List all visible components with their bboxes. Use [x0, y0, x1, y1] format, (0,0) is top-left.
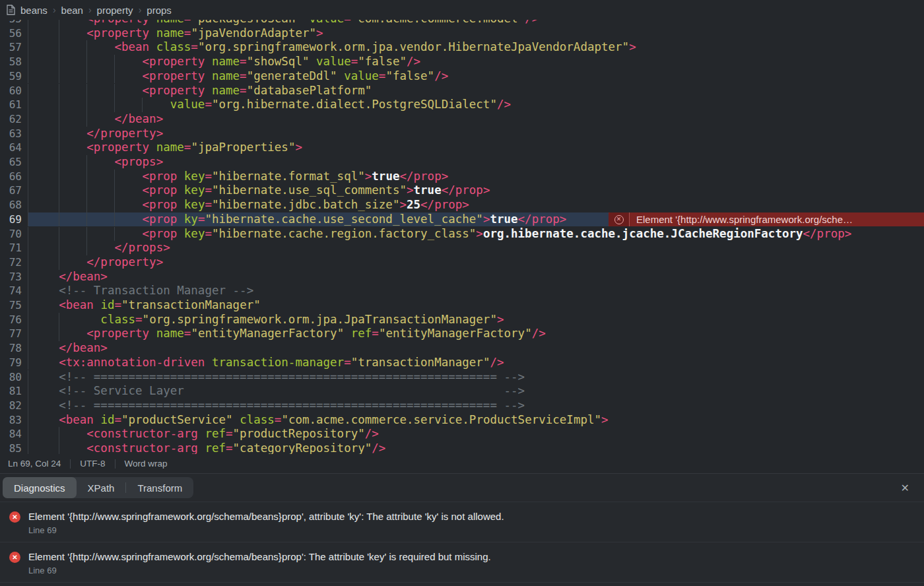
code-line[interactable]: 62 </bean> [0, 112, 924, 127]
diagnostics-list: ✕Element '{http://www.springframework.or… [0, 502, 924, 586]
close-icon[interactable]: ✕ [897, 479, 913, 497]
diagnostic-row[interactable]: ✕Element '{http://www.springframework.or… [0, 502, 924, 542]
diagnostic-line-label: Line 69 [28, 566, 491, 575]
code-text: <prop key="hibernate.format_sql">true</p… [28, 170, 924, 184]
code-line[interactable]: 66 <prop key="hibernate.format_sql">true… [0, 170, 924, 184]
code-line[interactable]: 85 <constructor-arg ref="categoryReposit… [0, 441, 924, 454]
code-text: <property name="entityManagerFactory" re… [28, 327, 924, 341]
breadcrumb-item-beans[interactable]: beans [20, 5, 48, 16]
code-line[interactable]: 63 </property> [0, 127, 924, 141]
code-line[interactable]: 75 <bean id="transactionManager" [0, 298, 924, 313]
breadcrumb-separator: › [88, 5, 92, 15]
line-number: 80 [0, 370, 28, 385]
diagnostic-line-label: Line 69 [28, 525, 504, 535]
code-text: class="org.springframework.orm.jpa.JpaTr… [28, 313, 924, 327]
breadcrumb-item-props[interactable]: props [147, 5, 172, 16]
tab-diagnostics[interactable]: Diagnostics [3, 477, 77, 498]
code-text: value="org.hibernate.dialect.PostgreSQLD… [28, 98, 924, 112]
breadcrumb-separator: › [139, 5, 142, 15]
encoding-indicator[interactable]: UTF-8 [80, 459, 105, 469]
code-text: <constructor-arg ref="productRepository"… [28, 427, 924, 441]
code-text: <tx:annotation-driven transaction-manage… [28, 356, 924, 370]
line-number: 60 [0, 84, 28, 98]
code-text: <bean class="org.springframework.orm.jpa… [28, 40, 924, 55]
code-line[interactable]: 82 <!-- ================================… [0, 399, 924, 413]
code-line[interactable]: 64 <property name="jpaProperties"> [0, 141, 924, 155]
diagnostic-row[interactable]: ✕Element '{http://www.springframework.or… [0, 542, 924, 583]
code-text: </property> [28, 127, 924, 141]
code-line[interactable]: 65 <props> [0, 155, 924, 170]
code-line[interactable]: 79 <tx:annotation-driven transaction-man… [0, 356, 924, 370]
code-line[interactable]: 59 <property name="generateDdl" value="f… [0, 69, 924, 84]
line-number: 72 [0, 255, 28, 270]
code-line[interactable]: 56 <property name="jpaVendorAdapter"> [0, 26, 924, 41]
bottom-panel-header: DiagnosticsXPathTransform ✕ [0, 473, 924, 502]
code-text: <constructor-arg ref="categoryRepository… [28, 441, 924, 454]
breadcrumb-item-property[interactable]: property [97, 5, 133, 16]
inline-error-text: Element '{http://www.springframework.org… [630, 212, 859, 227]
code-line[interactable]: 80 <!-- ================================… [0, 370, 924, 385]
line-number: 77 [0, 327, 28, 341]
word-wrap-toggle[interactable]: Word wrap [125, 459, 168, 469]
code-line[interactable]: 73 </bean> [0, 270, 924, 284]
line-number: 71 [0, 241, 28, 255]
code-line[interactable]: 83 <bean id="productService" class="com.… [0, 413, 924, 428]
code-line[interactable]: 58 <property name="showSql" value="false… [0, 55, 924, 69]
line-number: 73 [0, 270, 28, 284]
line-number: 85 [0, 441, 28, 454]
code-line[interactable]: 78 </bean> [0, 341, 924, 356]
code-line[interactable]: 57 <bean class="org.springframework.orm.… [0, 40, 924, 55]
line-number: 76 [0, 313, 28, 327]
code-line[interactable]: 70 <prop key="hibernate.cache.region.fac… [0, 227, 924, 242]
document-icon [7, 5, 15, 15]
code-text: <property name="generateDdl" value="fals… [28, 69, 924, 84]
code-line[interactable]: 81 <!-- Service Layer --> [0, 384, 924, 399]
code-text: <property name="jpaVendorAdapter"> [28, 26, 924, 41]
code-text: <!-- ===================================… [28, 399, 924, 413]
line-number: 81 [0, 384, 28, 399]
panel-tab-group: DiagnosticsXPathTransform [3, 477, 193, 498]
line-number: 69 [0, 212, 28, 227]
code-editor[interactable]: 55 <property name="packagesToScan" value… [0, 20, 924, 454]
code-text: <property name="databasePlatform" [28, 84, 924, 98]
line-number: 67 [0, 183, 28, 198]
tab-transform[interactable]: Transform [126, 477, 193, 498]
error-circle-icon: ✕ [9, 552, 20, 563]
code-line[interactable]: 77 <property name="entityManagerFactory"… [0, 327, 924, 341]
code-line[interactable]: 61 value="org.hibernate.dialect.PostgreS… [0, 98, 924, 112]
code-line-selected[interactable]: 69 <prop ky="hibernate.cache.use_second_… [0, 212, 924, 227]
code-line[interactable]: 84 <constructor-arg ref="productReposito… [0, 427, 924, 441]
line-number: 70 [0, 227, 28, 242]
line-number: 68 [0, 198, 28, 212]
code-text: <!-- ===================================… [28, 370, 924, 385]
line-number: 62 [0, 112, 28, 127]
line-number: 61 [0, 98, 28, 112]
code-text: <bean id="transactionManager" [28, 298, 924, 313]
code-line[interactable]: 74 <!-- Transaction Manager --> [0, 284, 924, 298]
breadcrumb-separator: › [53, 5, 56, 15]
code-text: <property name="showSql" value="false"/> [28, 55, 924, 69]
code-text: <prop key="hibernate.cache.region.factor… [28, 227, 924, 242]
code-line[interactable]: 68 <prop key="hibernate.jdbc.batch_size"… [0, 198, 924, 212]
code-line[interactable]: 60 <property name="databasePlatform" [0, 84, 924, 98]
line-number: 84 [0, 427, 28, 441]
diagnostic-message: Element '{http://www.springframework.org… [28, 511, 504, 522]
line-number: 74 [0, 284, 28, 298]
code-text: </bean> [28, 341, 924, 356]
code-line[interactable]: 72 </property> [0, 255, 924, 270]
cursor-position[interactable]: Ln 69, Col 24 [8, 459, 61, 469]
code-line[interactable]: 55 <property name="packagesToScan" value… [0, 20, 924, 26]
status-divider [115, 459, 116, 469]
code-text: </bean> [28, 270, 924, 284]
code-line[interactable]: 76 class="org.springframework.orm.jpa.Jp… [0, 313, 924, 327]
code-text: <props> [28, 155, 924, 170]
inline-error-badge[interactable]: ✕Element '{http://www.springframework.or… [609, 212, 924, 227]
code-text: <!-- Transaction Manager --> [28, 284, 924, 298]
code-line[interactable]: 71 </props> [0, 241, 924, 255]
code-text: <prop key="hibernate.use_sql_comments">t… [28, 183, 924, 198]
line-number: 56 [0, 26, 28, 41]
breadcrumb-item-bean[interactable]: bean [61, 5, 83, 16]
code-line[interactable]: 67 <prop key="hibernate.use_sql_comments… [0, 183, 924, 198]
tab-xpath[interactable]: XPath [77, 477, 126, 498]
code-text: <property name="jpaProperties"> [28, 141, 924, 155]
